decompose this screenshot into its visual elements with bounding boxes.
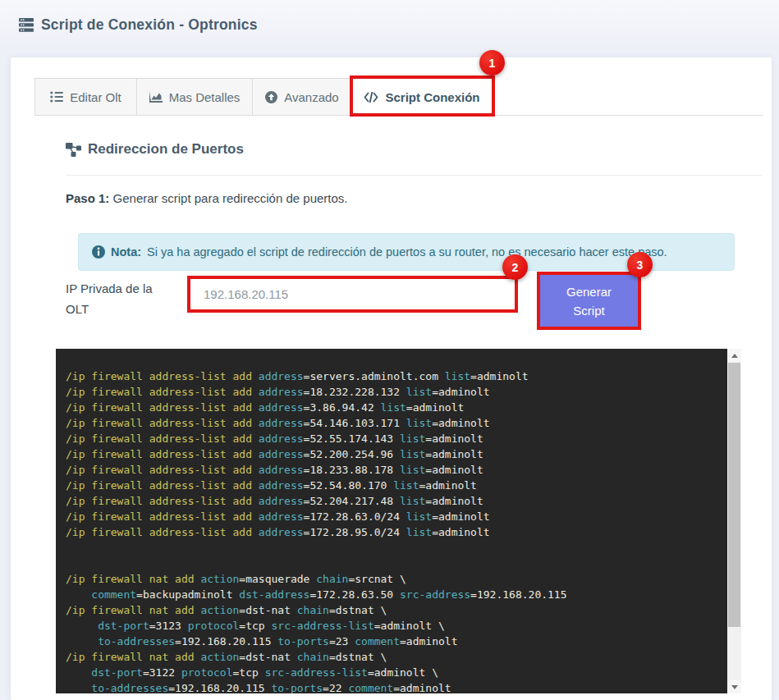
step-label: Paso 1: [66,191,109,205]
tab-avanzado[interactable]: Avanzado [252,78,352,116]
code-icon [364,92,378,103]
scrollbar[interactable] [727,349,741,693]
server-icon [19,18,34,32]
step-text: Generar script para redirección de puert… [109,191,347,205]
page-title: Script de Conexión - Optronics [19,16,258,34]
network-nodes-icon [66,143,81,157]
scroll-down-arrow[interactable] [727,680,741,693]
list-icon [50,91,63,103]
annotation-rect-input [187,276,518,313]
arrow-circle-up-icon [265,91,277,103]
tab-label: Mas Detalles [169,90,241,104]
annotation-badge-2: 2 [502,254,528,280]
tab-label: Avanzado [284,90,338,104]
annotation-badge-3: 3 [627,252,653,277]
chart-area-icon [149,91,163,103]
tab-label: Script Conexión [385,90,479,104]
section-title: Redireccion de Puertos [66,141,244,158]
tab-editar-olt[interactable]: Editar Olt [34,78,137,116]
tab-mas-detalles[interactable]: Mas Detalles [136,78,253,116]
generate-script-button[interactable]: Generar Script [540,275,638,327]
ip-input[interactable] [190,279,515,309]
section-title-text: Redireccion de Puertos [88,141,244,158]
annotation-rect-button: Generar Script [537,272,641,330]
note-text: Si ya ha agregado el script de redirecci… [147,245,667,258]
annotation-badge-1: 1 [479,50,505,75]
ip-field-label: IP Privada de la OLT [66,278,168,319]
script-output-area[interactable]: /ip firewall address-list add address=se… [56,349,741,693]
info-icon [92,245,105,258]
step-instruction: Paso 1: Generar script para redirección … [66,191,348,205]
tab-script-conexion[interactable]: Script Conexión [351,78,493,117]
tab-label: Editar Olt [70,90,121,104]
script-code: /ip firewall address-list add address=se… [66,368,725,693]
section-divider [66,175,762,176]
tab-bar: Editar Olt Mas Detalles Avanzado Sc [34,78,493,116]
page-title-text: Script de Conexión - Optronics [41,16,258,34]
note-label: Nota: [111,245,141,258]
scrollbar-thumb[interactable] [728,363,740,627]
scroll-up-arrow[interactable] [727,349,741,362]
